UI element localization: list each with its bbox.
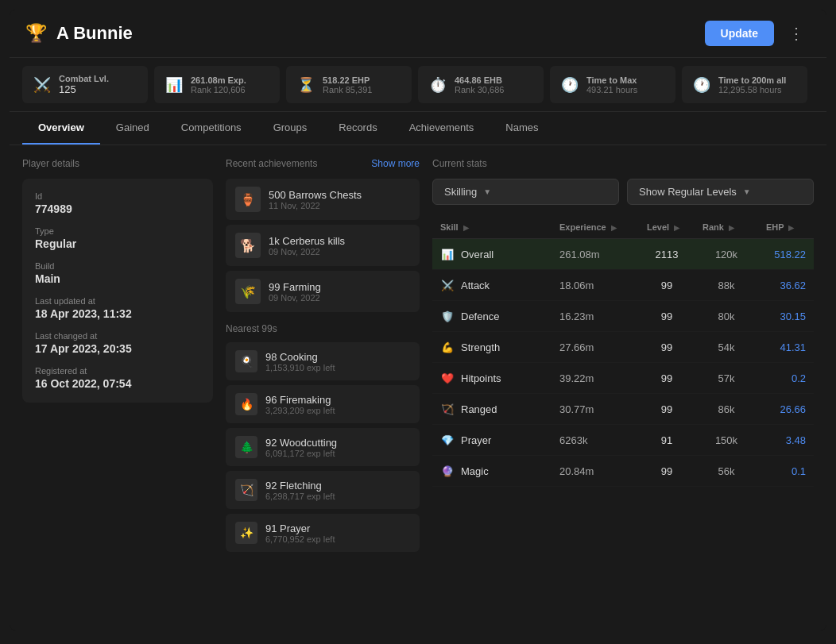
achievement-name: 500 Barrows Chests <box>269 189 362 201</box>
detail-registered: Registered at 16 Oct 2022, 07:54 <box>35 366 200 390</box>
skill-cell: 🔮 Magic <box>432 456 552 487</box>
skill-name: Hitpoints <box>461 372 501 384</box>
nearest-exp: 6,770,952 exp left <box>265 534 335 544</box>
rank-sort-icon: ▶ <box>729 224 734 232</box>
achievement-name: 99 Farming <box>269 281 321 293</box>
skill-exp: 27.66m <box>552 332 639 363</box>
update-button[interactable]: Update <box>705 21 774 46</box>
nav-tabs: Overview Gained Competitions Groups Reco… <box>10 112 826 145</box>
exp-sort-icon: ▶ <box>611 224 617 232</box>
trophy-icon: 🏆 <box>25 23 47 44</box>
header: 🏆 A Bunnie Update ⋮ <box>10 10 826 58</box>
col-skill: Skill ▶ <box>432 216 552 239</box>
ehp-label: 518.22 EHP <box>323 75 372 85</box>
skill-level: 2113 <box>639 239 695 270</box>
exp-rank: Rank 120,606 <box>191 85 246 94</box>
skill-exp: 39.22m <box>552 363 639 394</box>
last-updated-label: Last updated at <box>35 296 200 306</box>
skills-table-header-row: Skill ▶ Experience ▶ Level ▶ Rank <box>432 216 814 239</box>
detail-build: Build Main <box>35 261 200 285</box>
skill-icon: 🛡️ <box>440 309 455 323</box>
ehb-rank: Rank 30,686 <box>455 85 504 94</box>
nearest-icon: 🔥 <box>235 393 257 415</box>
detail-last-updated: Last updated at 18 Apr 2023, 11:32 <box>35 296 200 320</box>
time-200m-label: Time to 200m all <box>718 75 786 85</box>
time-200m-value: 12,295.58 hours <box>718 85 786 94</box>
skill-ehp: 30.15 <box>758 301 814 332</box>
middle-panel: Recent achievements Show more 🏺 500 Barr… <box>213 158 432 618</box>
level-sort-icon: ▶ <box>674 224 679 232</box>
player-details-label: Player details <box>22 158 213 169</box>
skill-icon: 💪 <box>440 340 455 354</box>
stat-ehp: ⏳ 518.22 EHP Rank 85,391 <box>286 66 412 103</box>
skill-sort-icon: ▶ <box>463 224 469 232</box>
tab-groups[interactable]: Groups <box>257 112 323 145</box>
achievements-list: 🏺 500 Barrows Chests 11 Nov, 2022 🐕 1k C… <box>226 179 420 312</box>
nearest-exp: 3,293,209 exp left <box>265 406 335 415</box>
skill-exp: 18.06m <box>552 270 639 301</box>
skill-name: Attack <box>461 280 490 291</box>
table-row: 💎 Prayer 6263k 91 150k 3.48 <box>432 425 814 456</box>
nearest-icon: 🌲 <box>235 436 257 458</box>
stat-time-200m: 🕐 Time to 200m all 12,295.58 hours <box>682 66 807 103</box>
nearest-exp: 6,091,172 exp left <box>265 449 337 458</box>
skill-icon: 🏹 <box>440 402 455 416</box>
nearest-icon: 🏹 <box>235 479 257 501</box>
id-label: Id <box>35 191 200 201</box>
skill-icon: 📊 <box>440 247 455 261</box>
tab-records[interactable]: Records <box>323 112 393 145</box>
achievement-item: 🐕 1k Cerberus kills 09 Nov, 2022 <box>226 225 420 266</box>
skill-rank: 120k <box>695 239 758 270</box>
table-row: ⚔️ Attack 18.06m 99 88k 36.62 <box>432 270 814 301</box>
player-name: A Bunnie <box>56 23 133 44</box>
nearest-exp: 1,153,910 exp left <box>265 363 335 372</box>
nearest-99s-label: Nearest 99s <box>226 323 420 334</box>
registered-label: Registered at <box>35 366 200 376</box>
skills-table-head: Skill ▶ Experience ▶ Level ▶ Rank <box>432 216 814 239</box>
tab-overview[interactable]: Overview <box>22 112 100 145</box>
skill-ehp: 26.66 <box>758 394 814 425</box>
skill-rank: 56k <box>695 456 758 487</box>
ehp-sort-icon: ▶ <box>788 224 794 232</box>
skilling-dropdown[interactable]: Skilling ▼ <box>432 179 619 205</box>
levels-chevron: ▼ <box>743 187 751 196</box>
last-changed-label: Last changed at <box>35 331 200 341</box>
skill-name: Strength <box>461 341 500 353</box>
skill-cell: 💎 Prayer <box>432 425 552 456</box>
skilling-label: Skilling <box>444 186 477 198</box>
table-row: 🛡️ Defence 16.23m 99 80k 30.15 <box>432 301 814 332</box>
nearest-name: 92 Woodcutting <box>265 437 337 449</box>
nearest-icon: ✨ <box>235 522 257 544</box>
skill-level: 99 <box>639 332 695 363</box>
col-rank: Rank ▶ <box>695 216 758 239</box>
player-details-card: Id 774989 Type Regular Build Main Last u… <box>22 179 213 403</box>
ehp-icon: ⏳ <box>297 76 315 94</box>
tab-gained[interactable]: Gained <box>100 112 165 145</box>
tab-names[interactable]: Names <box>490 112 554 145</box>
skill-ehp: 36.62 <box>758 270 814 301</box>
skill-ehp: 3.48 <box>758 425 814 456</box>
achievement-date: 09 Nov, 2022 <box>269 293 321 303</box>
nearest-exp: 6,298,717 exp left <box>265 492 335 501</box>
skill-cell: 📊 Overall <box>432 239 552 270</box>
skill-icon: 🔮 <box>440 464 455 478</box>
show-more-link[interactable]: Show more <box>371 158 420 169</box>
tab-competitions[interactable]: Competitions <box>165 112 257 145</box>
skills-table: Skill ▶ Experience ▶ Level ▶ Rank <box>432 216 814 487</box>
skills-table-body: 📊 Overall 261.08m 2113 120k 518.22 ⚔️ At… <box>432 239 814 487</box>
tab-achievements[interactable]: Achievements <box>393 112 490 145</box>
exp-icon: 📊 <box>165 76 183 94</box>
levels-dropdown[interactable]: Show Regular Levels ▼ <box>627 179 814 205</box>
time-max-value: 493.21 hours <box>586 85 637 94</box>
skill-name: Magic <box>461 465 489 477</box>
nearest-name: 92 Fletching <box>265 480 335 492</box>
app-container: 🏆 A Bunnie Update ⋮ ⚔️ Combat Lvl. 125 📊… <box>10 10 826 631</box>
skill-rank: 80k <box>695 301 758 332</box>
skill-ehp: 0.1 <box>758 456 814 487</box>
nearest-99s-list: 🍳 98 Cooking 1,153,910 exp left 🔥 96 Fir… <box>226 342 420 552</box>
type-value: Regular <box>35 237 200 250</box>
stat-exp: 📊 261.08m Exp. Rank 120,606 <box>154 66 280 103</box>
skill-name: Prayer <box>461 434 491 446</box>
skill-icon: ❤️ <box>440 371 455 385</box>
more-options-button[interactable]: ⋮ <box>782 21 811 46</box>
